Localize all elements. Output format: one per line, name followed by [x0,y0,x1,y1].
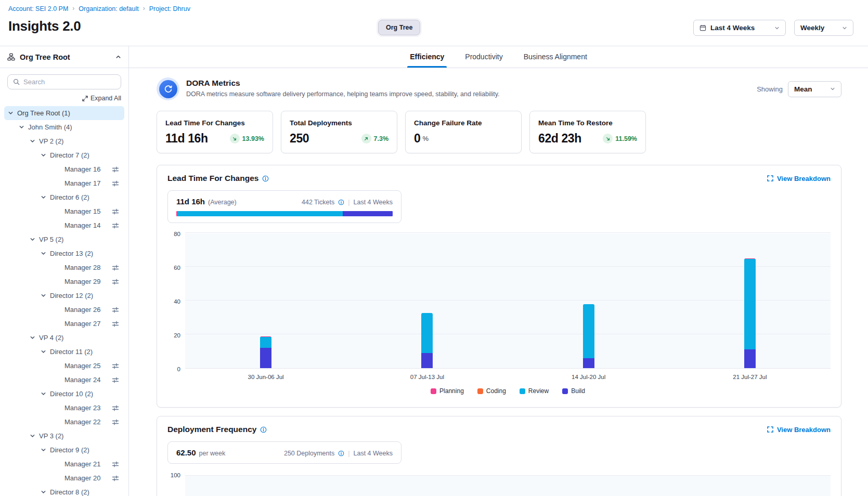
tune-icon[interactable] [112,208,119,215]
tree-item[interactable]: Director 9 (2) [4,443,124,457]
tree-item[interactable]: Manager 25 [4,359,124,373]
stacked-bar[interactable] [421,313,433,368]
metric-card: Lead Time For Changes11d 16h13.93% [157,111,273,153]
info-icon[interactable] [262,175,269,182]
tab-efficiency[interactable]: Efficiency [401,46,453,68]
view-breakdown-link[interactable]: View Breakdown [767,175,831,182]
chevron-down-icon[interactable] [8,110,14,116]
metric-card-value: 11d 16h [165,132,208,146]
tree-item[interactable]: Manager 15 [4,204,124,218]
chevron-down-icon[interactable] [41,349,46,355]
deployments-count: 250 Deployments [284,450,334,457]
breadcrumb-link[interactable]: Account: SEI 2.0 PM [8,5,68,12]
collapse-chevron-icon[interactable] [115,54,121,60]
info-icon[interactable] [338,450,344,456]
tree-item-label: Manager 20 [64,474,100,482]
tune-icon[interactable] [112,376,119,384]
tree-item[interactable]: Manager 21 [4,457,124,471]
breadcrumb-link[interactable]: Project: Dhruv [149,5,190,12]
tune-icon[interactable] [112,404,119,412]
dora-titles: DORA Metrics DORA metrics measure softwa… [186,77,500,98]
tree-item[interactable]: Director 10 (2) [4,387,124,401]
chevron-down-icon[interactable] [41,293,46,298]
search-input[interactable] [23,78,115,86]
tab-productivity[interactable]: Productivity [456,46,511,68]
aggregation-select[interactable]: Mean [788,81,841,97]
tree-item[interactable]: VP 2 (2) [4,134,124,148]
org-tree-toggle-button[interactable]: Org Tree [378,20,420,35]
tune-icon[interactable] [112,320,119,328]
date-range-select[interactable]: Last 4 Weeks [693,20,786,36]
stacked-bar[interactable] [583,304,594,369]
stage-segment-build [343,211,393,216]
tree-item[interactable]: Manager 28 [4,260,124,275]
tree-item[interactable]: Manager 14 [4,218,124,232]
chevron-down-icon[interactable] [41,152,46,158]
tree-item[interactable]: Director 8 (2) [4,485,124,496]
tab-business-alignment[interactable]: Business Alignment [515,46,596,68]
expand-all-label: Expand All [90,95,121,102]
tune-icon[interactable] [112,419,119,426]
chevron-down-icon[interactable] [41,447,46,453]
tune-icon[interactable] [112,264,119,271]
chevron-down-icon[interactable] [30,138,35,144]
tree-item[interactable]: Manager 24 [4,373,124,387]
chevron-down-icon[interactable] [41,489,46,495]
tree-item[interactable]: Org Tree Root (1) [4,106,124,120]
tree-item-label: Manager 24 [64,376,100,384]
tree-item[interactable]: Manager 23 [4,401,124,415]
breadcrumb-separator: › [143,5,145,12]
tree-item-label: John Smith (4) [28,123,72,131]
tree-item[interactable]: Manager 22 [4,415,124,429]
chevron-down-icon[interactable] [30,433,35,439]
tune-icon[interactable] [112,222,119,229]
tune-icon[interactable] [112,475,119,482]
tree-item[interactable]: Director 6 (2) [4,190,124,204]
tune-icon[interactable] [112,166,119,173]
expand-all-button[interactable]: Expand All [7,95,121,102]
tree-item[interactable]: VP 5 (2) [4,232,124,246]
tree-item[interactable]: Director 11 (2) [4,345,124,359]
info-icon[interactable] [338,199,344,205]
chevron-down-icon[interactable] [41,251,46,256]
granularity-select[interactable]: Weekly [794,20,853,36]
chart-legend: PlanningCodingReviewBuild [185,387,831,395]
chevron-down-icon[interactable] [41,194,46,200]
tree-item[interactable]: Director 12 (2) [4,289,124,303]
y-tick-label: 20 [174,332,180,338]
tree-item[interactable]: Manager 17 [4,176,124,190]
chevron-down-icon[interactable] [41,391,46,397]
breadcrumb-link[interactable]: Organization: default [79,5,138,12]
legend-item-coding[interactable]: Coding [477,387,506,395]
legend-item-review[interactable]: Review [520,387,549,395]
tree-item[interactable]: John Smith (4) [4,120,124,134]
stacked-bar[interactable] [260,336,271,368]
view-breakdown-link[interactable]: View Breakdown [767,426,831,434]
y-axis: 100 [167,475,185,496]
tune-icon[interactable] [112,306,119,314]
chevron-down-icon[interactable] [19,124,24,130]
legend-item-build[interactable]: Build [562,387,585,395]
category-slot [669,233,831,368]
tune-icon[interactable] [112,180,119,187]
tree-item[interactable]: Manager 26 [4,303,124,317]
tune-icon[interactable] [112,362,119,370]
chevron-down-icon[interactable] [30,237,35,242]
tune-icon[interactable] [112,278,119,285]
tree-item[interactable]: Manager 20 [4,471,124,485]
stacked-bar[interactable] [744,258,756,368]
tree-item[interactable]: VP 4 (2) [4,331,124,345]
legend-item-planning[interactable]: Planning [431,387,464,395]
chevron-down-icon[interactable] [30,335,35,341]
tree-item[interactable]: Manager 16 [4,162,124,176]
tree-item[interactable]: VP 3 (2) [4,429,124,443]
metric-card-value: 62d 23h [538,132,581,146]
info-icon[interactable] [260,426,267,433]
category-slot [346,233,508,368]
dora-cycle-icon [157,77,179,100]
tree-item[interactable]: Manager 29 [4,275,124,289]
tree-item[interactable]: Director 13 (2) [4,246,124,260]
tree-item[interactable]: Manager 27 [4,317,124,331]
tune-icon[interactable] [112,461,119,468]
tree-item[interactable]: Director 7 (2) [4,148,124,162]
